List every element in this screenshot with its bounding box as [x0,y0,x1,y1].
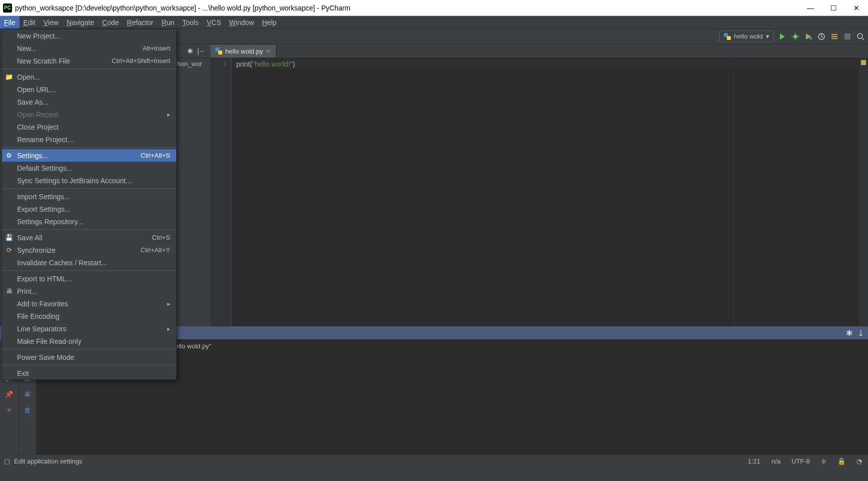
menu-separator [2,365,176,365]
menu-item-label: Add to Favorites [17,300,167,308]
file-menu-item-new-scratch-file[interactable]: New Scratch FileCtrl+Alt+Shift+Insert [2,55,176,67]
menu-run[interactable]: Run [158,16,179,29]
code-token-end: ) [293,60,295,68]
analysis-warning-marker[interactable] [861,60,866,65]
sync-icon: ⟳ [5,246,13,254]
menu-navigate[interactable]: Navigate [63,16,98,29]
menu-window[interactable]: Window [225,16,258,29]
print-console-icon[interactable]: 🖶 [23,389,32,398]
svg-rect-11 [831,38,837,39]
file-menu-item-settings[interactable]: ⚙Settings...Ctrl+Alt+S [2,149,176,162]
menu-item-label: New Scratch File [17,57,112,65]
file-menu-item-export-to-html[interactable]: Export to HTML... [2,272,176,285]
file-menu-item-print[interactable]: 🖶Print... [2,285,176,297]
project-settings-icon[interactable]: ✱ [187,47,193,55]
file-encoding[interactable]: UTF-8 [789,457,812,465]
close-tab-icon[interactable]: ✕ [266,48,271,55]
file-menu-item-new-project[interactable]: New Project... [2,30,176,42]
chevron-down-icon: ▾ [766,33,769,40]
menu-edit[interactable]: Edit [20,16,40,29]
file-menu-dropdown: New Project...New...Alt+InsertNew Scratc… [2,29,177,380]
svg-rect-7 [809,37,812,40]
search-everywhere-icon[interactable] [856,32,865,41]
file-menu-item-file-encoding[interactable]: File Encoding [2,310,176,322]
menu-item-label: Save As... [17,98,170,106]
file-menu-item-settings-repository[interactable]: Settings Repository... [2,215,176,228]
debug-button[interactable] [791,32,800,41]
toolwindow-toggle-icon[interactable]: ▢ [4,457,10,465]
structure-icon[interactable] [830,32,839,41]
minimize-button[interactable]: ― [799,0,822,16]
file-menu-item-make-file-read-only[interactable]: Make File Read-only [2,335,176,347]
menu-vcs[interactable]: VCS [203,16,225,29]
file-menu-item-save-as[interactable]: Save As... [2,96,176,108]
run-with-coverage-button[interactable] [804,32,813,41]
file-menu-item-export-settings[interactable]: Export Settings... [2,203,176,215]
line-separator-icon[interactable]: ≑ [819,457,828,465]
file-menu-item-new[interactable]: New...Alt+Insert [2,42,176,55]
close-window-button[interactable]: ✕ [845,0,868,16]
pin-icon[interactable]: 📌 [5,389,14,398]
menu-item-shortcut: Ctrl+S [152,234,170,241]
menu-item-label: Export to HTML... [17,275,170,283]
menu-code[interactable]: Code [98,16,123,29]
submenu-arrow-icon: ▸ [167,111,170,118]
menu-item-label: Settings... [17,152,141,160]
menu-item-label: Invalidate Caches / Restart... [17,259,170,267]
caret-position[interactable]: 1:21 [746,457,762,465]
code-string-token: "hello world!" [252,60,293,68]
folder-icon: 📁 [5,73,13,81]
file-menu-item-exit[interactable]: Exit [2,367,176,379]
file-menu-item-open-url[interactable]: Open URL... [2,83,176,96]
collapse-icon[interactable]: |← [197,47,206,55]
code-editor[interactable]: print("hello world!") [231,58,859,326]
run-settings-icon[interactable]: ✱ [846,328,852,338]
inspection-profile-icon[interactable]: ◔ [854,457,864,465]
file-menu-item-sync-settings-to-jetbrains-account[interactable]: Sync Settings to JetBrains Account... [2,174,176,187]
maximize-button[interactable]: ☐ [822,0,845,16]
update-project-icon[interactable] [817,32,826,41]
file-menu-item-save-all[interactable]: 💾Save AllCtrl+S [2,231,176,244]
read-only-lock-icon[interactable]: 🔒 [835,457,847,465]
file-menu-item-add-to-favorites[interactable]: Add to Favorites▸ [2,297,176,310]
menu-help[interactable]: Help [258,16,281,29]
run-config-selector[interactable]: hello wold ▾ [719,31,774,43]
file-menu-item-power-save-mode[interactable]: Power Save Mode [2,351,176,363]
clear-console-icon[interactable]: 🗑 [23,405,32,414]
menu-item-label: Print... [17,287,170,295]
svg-rect-9 [831,34,837,35]
menu-refactor[interactable]: Refactor [123,16,158,29]
file-menu-item-invalidate-caches-restart[interactable]: Invalidate Caches / Restart... [2,256,176,269]
current-line-highlight [231,60,859,69]
file-menu-item-line-separators[interactable]: Line Separators▸ [2,322,176,335]
menu-view[interactable]: View [40,16,63,29]
menu-item-shortcut: Ctrl+Alt+Shift+Insert [112,57,170,65]
file-menu-item-default-settings[interactable]: Default Settings... [2,162,176,174]
svg-marker-0 [780,34,785,40]
menu-tools[interactable]: Tools [178,16,203,29]
menu-item-label: Exit [17,369,170,377]
menu-item-label: Open URL... [17,86,170,94]
submenu-arrow-icon: ▸ [167,325,170,332]
python-icon [724,33,731,40]
menu-item-label: Import Settings... [17,193,170,201]
editor-tab[interactable]: hello wold.py ✕ [210,44,276,58]
menu-item-label: Export Settings... [17,205,170,213]
menu-separator [2,349,176,349]
file-menu-item-synchronize[interactable]: ⟳SynchronizeCtrl+Alt+Y [2,244,176,256]
run-config-label: hello wold [734,33,763,40]
insert-mode[interactable]: n/a [769,457,782,465]
file-menu-item-import-settings[interactable]: Import Settings... [2,190,176,203]
python-file-icon [215,48,222,55]
line-number: 1 [210,60,227,68]
file-menu-item-rename-project[interactable]: Rename Project... [2,133,176,146]
menu-file[interactable]: File [0,16,20,29]
svg-rect-12 [844,34,850,40]
menu-item-label: Synchronize [17,246,141,254]
right-margin-rule [734,58,734,326]
run-hide-icon[interactable]: ⤓ [857,328,864,338]
file-menu-item-close-project[interactable]: Close Project [2,121,176,133]
file-menu-item-open[interactable]: 📁Open... [2,71,176,83]
close-run-icon[interactable]: ✕ [5,405,14,414]
run-button[interactable] [778,32,787,41]
